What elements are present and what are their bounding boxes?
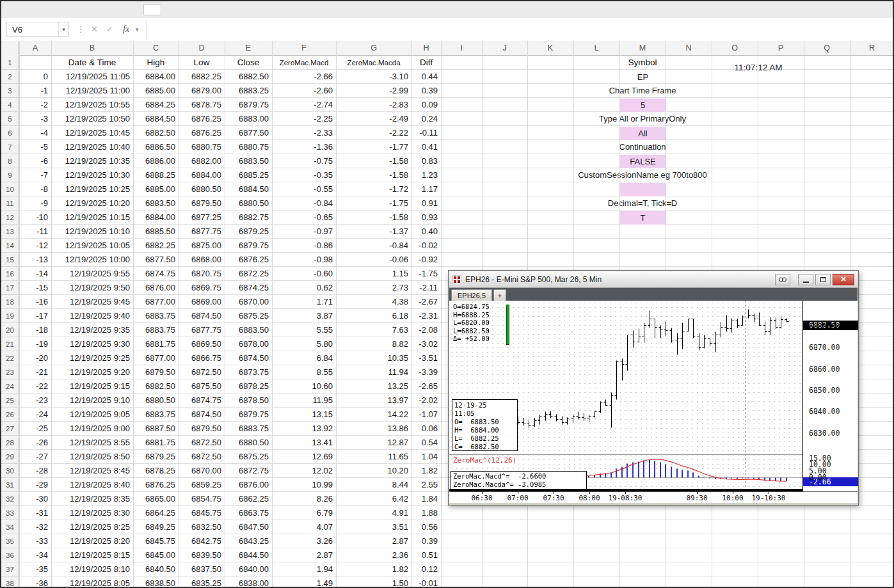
time-axis[interactable]: 06:3007:0007:3008:0019-08:3009:3010:0019… xyxy=(449,491,858,503)
cell-A12[interactable]: -10 xyxy=(19,211,51,225)
row-header-36[interactable]: 36 xyxy=(1,548,19,562)
cell-B7[interactable]: 12/19/2025 10:40 xyxy=(51,140,133,154)
row-header-5[interactable]: 5 xyxy=(1,112,19,126)
cell-F4[interactable]: -2.74 xyxy=(272,98,336,112)
cell-G5[interactable]: -2.49 xyxy=(336,112,411,126)
cell-F33[interactable]: 6.79 xyxy=(272,506,336,520)
cell-H37[interactable]: 0.12 xyxy=(411,562,441,576)
cell-F3[interactable]: -2.60 xyxy=(272,84,336,98)
column-header-J[interactable]: J xyxy=(482,41,527,56)
cell-B23[interactable]: 12/19/2025 9:20 xyxy=(51,365,133,379)
cell-M9[interactable]: CustomSessionName eg 700to800 xyxy=(504,168,781,182)
cell-H3[interactable]: 0.39 xyxy=(411,84,441,98)
name-box[interactable]: V6 ▾ xyxy=(6,22,69,37)
row-header-21[interactable]: 21 xyxy=(1,337,19,351)
row-header-14[interactable]: 14 xyxy=(1,239,19,253)
cell-C21[interactable]: 6881.75 xyxy=(133,337,179,351)
cell-B11[interactable]: 12/19/2025 10:20 xyxy=(51,196,133,211)
row-header-6[interactable]: 6 xyxy=(1,126,19,140)
header-cell-B1[interactable]: Date & Time xyxy=(51,56,133,70)
cell-E37[interactable]: 6840.00 xyxy=(225,562,272,576)
cell-E35[interactable]: 6843.25 xyxy=(225,534,272,548)
cell-E16[interactable]: 6872.25 xyxy=(225,267,272,281)
cell-D11[interactable]: 6879.50 xyxy=(179,196,225,211)
cell-H33[interactable]: 1.88 xyxy=(411,506,441,520)
cell-A34[interactable]: -32 xyxy=(19,520,51,534)
cell-G13[interactable]: -1.37 xyxy=(336,225,411,239)
cell-H6[interactable]: -0.11 xyxy=(411,126,441,140)
header-cell-C1[interactable]: High xyxy=(133,56,179,70)
insert-function-button[interactable]: fx xyxy=(123,22,129,37)
cell-B36[interactable]: 12/19/2025 8:15 xyxy=(51,548,133,562)
cell-F9[interactable]: -0.35 xyxy=(272,168,336,182)
cell-B19[interactable]: 12/19/2025 9:40 xyxy=(51,309,133,323)
cell-C13[interactable]: 6885.50 xyxy=(133,225,179,239)
cell-D33[interactable]: 6845.75 xyxy=(179,506,225,520)
cell-D28[interactable]: 6872.50 xyxy=(179,436,225,450)
cell-F15[interactable]: -0.98 xyxy=(272,253,336,267)
cell-H35[interactable]: 0.39 xyxy=(411,534,441,548)
cell-G17[interactable]: 2.73 xyxy=(336,281,411,295)
cell-G18[interactable]: 4.38 xyxy=(336,295,411,309)
cell-B30[interactable]: 12/19/2025 8:45 xyxy=(51,464,133,478)
cell-G25[interactable]: 13.97 xyxy=(336,393,411,408)
cell-F38[interactable]: 1.49 xyxy=(272,576,336,588)
row-header-29[interactable]: 29 xyxy=(1,450,19,464)
header-cell-E1[interactable]: Close xyxy=(225,56,272,70)
row-header-26[interactable]: 26 xyxy=(1,408,19,422)
cell-A5[interactable]: -3 xyxy=(19,112,51,126)
row-header-18[interactable]: 18 xyxy=(1,295,19,309)
cell-A33[interactable]: -31 xyxy=(19,506,51,520)
cell-F25[interactable]: 11.95 xyxy=(272,393,336,408)
cell-A15[interactable]: -13 xyxy=(19,253,51,267)
cell-E18[interactable]: 6870.00 xyxy=(225,295,272,309)
cell-C28[interactable]: 6881.75 xyxy=(133,436,179,450)
cell-H24[interactable]: -2.65 xyxy=(411,379,441,393)
cell-D34[interactable]: 6832.50 xyxy=(179,520,225,534)
cell-A8[interactable]: -6 xyxy=(19,154,51,168)
cell-B17[interactable]: 12/19/2025 9:50 xyxy=(51,281,133,295)
cell-G2[interactable]: -3.10 xyxy=(336,70,411,84)
cell-E31[interactable]: 6876.00 xyxy=(225,478,272,492)
cell-M3[interactable]: Chart Time Frame xyxy=(504,84,781,98)
cell-C19[interactable]: 6883.75 xyxy=(133,309,179,323)
formula-bar-drag-dots[interactable]: ⋮ xyxy=(77,22,84,37)
cell-B34[interactable]: 12/19/2025 8:25 xyxy=(51,520,133,534)
cell-F22[interactable]: 6.84 xyxy=(272,351,336,365)
cell-F10[interactable]: -0.55 xyxy=(272,182,336,196)
cell-F35[interactable]: 3.26 xyxy=(272,534,336,548)
cell-H9[interactable]: 1.23 xyxy=(411,168,441,182)
select-all-corner[interactable] xyxy=(1,41,19,56)
row-header-28[interactable]: 28 xyxy=(1,436,19,450)
cell-C16[interactable]: 6874.75 xyxy=(133,267,179,281)
cell-B38[interactable]: 12/19/2025 8:05 xyxy=(51,576,133,588)
cell-D37[interactable]: 6837.50 xyxy=(179,562,225,576)
cell-E9[interactable]: 6885.25 xyxy=(225,168,272,182)
cell-G35[interactable]: 2.87 xyxy=(336,534,411,548)
row-header-27[interactable]: 27 xyxy=(1,422,19,436)
cell-C8[interactable]: 6886.00 xyxy=(133,154,179,168)
cell-E19[interactable]: 6875.25 xyxy=(225,309,272,323)
cell-A9[interactable]: -7 xyxy=(19,168,51,182)
cell-A27[interactable]: -25 xyxy=(19,422,51,436)
cell-H32[interactable]: 1.84 xyxy=(411,492,441,506)
cell-H2[interactable]: 0.44 xyxy=(411,70,441,84)
cell-C23[interactable]: 6879.50 xyxy=(133,365,179,379)
cell-C10[interactable]: 6885.00 xyxy=(133,182,179,196)
cell-F13[interactable]: -0.97 xyxy=(272,225,336,239)
cell-C31[interactable]: 6876.25 xyxy=(133,478,179,492)
cell-D26[interactable]: 6874.50 xyxy=(179,408,225,422)
cell-C3[interactable]: 6885.00 xyxy=(133,84,179,98)
row-header-13[interactable]: 13 xyxy=(1,225,19,239)
cell-E21[interactable]: 6878.00 xyxy=(225,337,272,351)
cell-G30[interactable]: 10.20 xyxy=(336,464,411,478)
cell-D35[interactable]: 6842.75 xyxy=(179,534,225,548)
cell-B15[interactable]: 12/19/2025 10:00 xyxy=(51,253,133,267)
cell-F14[interactable]: -0.86 xyxy=(272,239,336,253)
cell-D8[interactable]: 6882.00 xyxy=(179,154,225,168)
cell-M11[interactable]: Decimal=T, Tick=D xyxy=(504,196,781,211)
cell-G38[interactable]: 1.50 xyxy=(336,576,411,588)
column-header-O[interactable]: O xyxy=(712,41,758,56)
cell-F30[interactable]: 12.02 xyxy=(272,464,336,478)
cell-E15[interactable]: 6876.25 xyxy=(225,253,272,267)
